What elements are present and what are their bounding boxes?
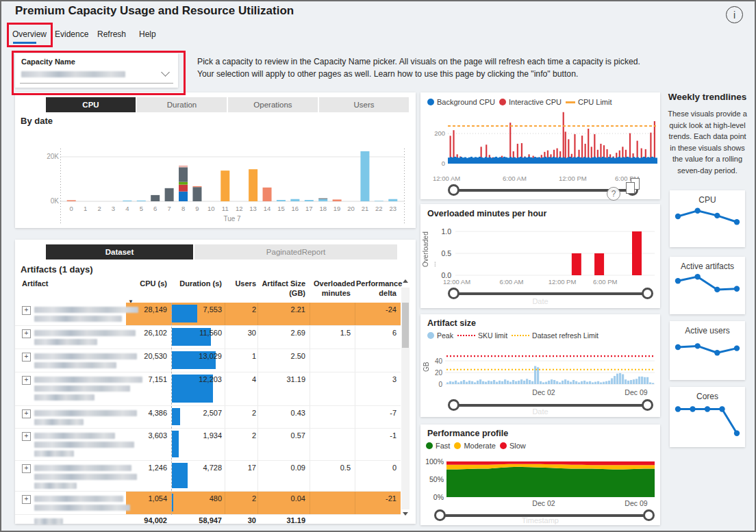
metric-tab-duration[interactable]: Duration (137, 97, 227, 112)
active-users-sparkline (670, 335, 745, 372)
slider-track[interactable] (440, 514, 649, 517)
table-row[interactable]: +1,05448020.04-21 (15, 492, 401, 515)
legend-slow: Slow (500, 442, 526, 450)
cell-size: 2.50 (262, 352, 305, 360)
slider-handle-left[interactable] (434, 509, 446, 521)
cell-duration: 480 (171, 494, 222, 503)
svg-text:6: 6 (153, 205, 157, 212)
column-separator (310, 406, 310, 428)
cell-users: 30 (227, 329, 256, 337)
cell-cpu: 1,054 (118, 494, 167, 503)
artifacts-visual: Dataset PaginatedReport Artifacts (1 day… (15, 240, 416, 524)
column-separator (310, 326, 310, 349)
artifact-name-redacted (34, 483, 77, 489)
svg-text:12: 12 (236, 205, 243, 212)
column-separator (225, 406, 225, 428)
trend-card-cpu[interactable]: CPU (670, 190, 745, 247)
scrollbar-down-arrow[interactable] (403, 512, 408, 516)
column-separator (355, 349, 355, 372)
trend-card-active-artifacts[interactable]: Active artifacts (670, 257, 745, 314)
artifact-name-redacted (34, 419, 84, 425)
svg-text:0K: 0K (51, 197, 60, 205)
col-header-performance-delta[interactable]: Performance delta (356, 279, 396, 299)
cell-delta: -24 (356, 305, 396, 314)
cell-duration: 13,029 (171, 352, 222, 360)
cell-users: 4 (227, 375, 256, 383)
column-separator (257, 372, 258, 405)
svg-text:Dec 02: Dec 02 (532, 388, 555, 396)
expand-row-icon[interactable]: + (22, 376, 31, 385)
metric-tab-users[interactable]: Users (319, 97, 409, 112)
table-row[interactable]: +28,1497,55322.21-24 (15, 303, 401, 326)
column-separator (355, 429, 355, 460)
column-separator (310, 372, 310, 405)
expand-row-icon[interactable]: + (22, 464, 31, 473)
expand-row-icon[interactable]: + (22, 353, 31, 362)
cell-cpu: 20,530 (118, 352, 167, 360)
trend-card-cores[interactable]: Cores (670, 387, 745, 447)
artifact-size-bar-chart[interactable]: 02040Dec 02Dec 09 (420, 342, 660, 399)
col-header-artifact-size[interactable]: Artifact Size (GB) (262, 279, 305, 299)
cell-cpu: 28,149 (118, 305, 167, 314)
cpu-timeline-chart[interactable]: 2000 (420, 110, 660, 173)
expand-row-icon[interactable]: + (22, 495, 31, 504)
performance-profile-area-chart[interactable]: 100%50%0%Dec 02Dec 09 (420, 453, 660, 509)
slider-handle-right[interactable] (642, 399, 653, 411)
tab-refresh[interactable]: Refresh (97, 29, 126, 39)
performance-time-range-slider[interactable] (434, 509, 655, 521)
cpu-timeline-visual: Background CPU Interactive CPU CPU Limit… (420, 92, 660, 199)
slider-track[interactable] (453, 292, 648, 295)
metric-tab-operations[interactable]: Operations (228, 97, 318, 112)
overloaded-time-range-slider[interactable] (448, 288, 653, 299)
svg-text:0%: 0% (433, 493, 444, 501)
slider-handle-right[interactable] (642, 288, 653, 299)
table-row[interactable]: +1,2464,728170.090.50 (15, 461, 401, 492)
cell-duration: 7,553 (171, 305, 222, 314)
artifact-tab-paginatedreport[interactable]: PaginatedReport (194, 244, 397, 259)
metric-tab-cpu[interactable]: CPU (46, 97, 136, 112)
col-header-users[interactable]: Users (227, 279, 256, 289)
col-header-duration[interactable]: Duration (s) (171, 279, 222, 289)
slider-handle-left[interactable] (448, 399, 459, 411)
help-icon[interactable]: ? (607, 187, 620, 201)
column-separator (310, 461, 310, 491)
expand-row-icon[interactable]: + (22, 329, 31, 338)
cell-size: 0.57 (262, 431, 305, 440)
overloaded-bar-chart[interactable]: 0.00.51.012:00 AM6:00 AM12:00 PM6:00 PM (420, 222, 660, 288)
svg-text:8: 8 (181, 205, 185, 212)
table-row[interactable]: +7,15112,203431.193 (15, 372, 401, 406)
col-header-artifact[interactable]: Artifact (22, 279, 49, 289)
expand-row-icon[interactable]: + (22, 306, 31, 315)
table-row[interactable]: +20,53013,02912.50 (15, 349, 401, 372)
info-icon[interactable]: i (726, 6, 743, 23)
copy-visual-icon[interactable] (626, 178, 642, 196)
col-header-overloaded[interactable]: Overloaded minutes (314, 279, 351, 299)
cell-cpu: 4,386 (118, 409, 167, 417)
slider-track[interactable] (453, 404, 648, 407)
scrollbar-thumb[interactable] (402, 303, 409, 348)
tab-help[interactable]: Help (139, 29, 156, 39)
table-row[interactable]: +4,3862,50720.43-7 (15, 406, 401, 429)
slider-handle-left[interactable] (448, 288, 459, 299)
trend-card-active-users[interactable]: Active users (670, 321, 745, 380)
by-date-visual: CPU Duration Operations Users By date 20… (15, 92, 416, 228)
table-row[interactable]: +26,10211,560302.691.56 (15, 326, 401, 349)
expand-row-icon[interactable]: + (22, 432, 31, 441)
column-separator (310, 349, 310, 372)
slider-handle-right[interactable] (643, 509, 655, 521)
by-date-bar-chart[interactable]: 20K0K01234567891011121314151617181920212… (15, 128, 416, 227)
artifact-name-redacted (34, 474, 137, 480)
scrollbar-up-arrow[interactable] (403, 279, 408, 283)
tab-evidence[interactable]: Evidence (55, 29, 88, 39)
artifact-size-time-range-slider[interactable] (448, 399, 653, 411)
expand-row-icon[interactable]: + (22, 409, 31, 418)
col-header-cpu[interactable]: CPU (s) (118, 279, 167, 289)
artifact-name-redacted (34, 442, 134, 448)
column-separator (257, 461, 258, 491)
legend-dataset-refresh-limit: Dataset refresh Limit (512, 331, 598, 340)
slider-track[interactable] (453, 189, 633, 192)
svg-text:7: 7 (167, 205, 171, 212)
table-row[interactable]: +3,6031,93420.57-1 (15, 429, 401, 461)
slider-handle-left[interactable] (448, 184, 459, 196)
artifact-tab-dataset[interactable]: Dataset (46, 244, 193, 259)
